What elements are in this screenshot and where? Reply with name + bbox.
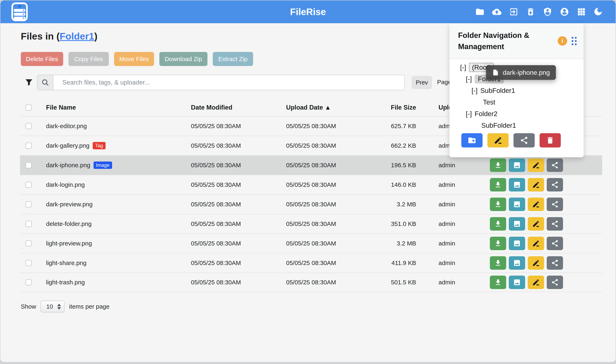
upload-date: 05/05/25 08:30AM xyxy=(286,142,353,149)
preview-image-button[interactable] xyxy=(509,237,525,250)
login-icon[interactable] xyxy=(509,7,518,16)
tree-collapse-toggle[interactable]: [-] xyxy=(460,64,466,71)
moon-icon[interactable] xyxy=(594,7,603,16)
folder-tree-item[interactable]: SubFolder1 xyxy=(449,119,584,131)
table-row[interactable]: dark-iphone.pngImage05/05/25 08:30AM05/0… xyxy=(20,155,602,175)
column-upload-date[interactable]: Upload Date ▲ xyxy=(286,104,353,111)
copy-files-button[interactable]: Copy Files xyxy=(68,52,109,66)
edit-button[interactable] xyxy=(528,256,544,270)
download-icon xyxy=(494,220,502,228)
column-file-size[interactable]: File Size xyxy=(353,104,416,111)
filter-icon[interactable] xyxy=(25,78,33,87)
table-row[interactable]: dark-login.png05/05/25 08:30AM05/05/25 0… xyxy=(20,175,602,194)
file-size: 501.5 KB xyxy=(353,279,416,286)
folder-label[interactable]: Test xyxy=(483,98,495,106)
page-indicator: Page xyxy=(437,79,451,86)
row-checkbox[interactable] xyxy=(26,260,32,266)
drag-handle-icon[interactable] xyxy=(572,37,577,45)
grid-icon[interactable] xyxy=(577,7,586,16)
share-button[interactable] xyxy=(547,198,563,211)
share-button[interactable] xyxy=(547,256,563,270)
share-button[interactable] xyxy=(547,276,563,289)
cloud-upload-icon[interactable] xyxy=(492,7,501,16)
create-folder-button[interactable] xyxy=(461,133,483,147)
folder-label[interactable]: SubFolder1 xyxy=(481,122,516,129)
delete-folder-button[interactable] xyxy=(540,133,561,147)
folder-tree-item[interactable]: [-]Folder2 xyxy=(449,108,584,119)
table-row[interactable]: light-trash.png05/05/25 08:30AM05/05/25 … xyxy=(20,273,602,292)
file-actions-toolbar: Delete FilesCopy FilesMove FilesDownload… xyxy=(21,52,253,66)
extract-files-button[interactable]: Extract Zip xyxy=(213,52,253,66)
uploader: admin xyxy=(416,201,475,208)
download-button[interactable] xyxy=(490,198,506,211)
share-button[interactable] xyxy=(547,158,563,172)
tree-collapse-toggle[interactable]: [-] xyxy=(466,110,472,118)
download-button[interactable] xyxy=(490,158,506,172)
table-row[interactable]: light-share.png05/05/25 08:30AM05/05/25 … xyxy=(20,253,602,273)
preview-image-button[interactable] xyxy=(509,276,525,289)
tree-collapse-toggle[interactable]: [-] xyxy=(466,75,472,83)
preview-image-button[interactable] xyxy=(509,178,525,192)
download-icon xyxy=(494,278,502,286)
move-files-button[interactable]: Move Files xyxy=(114,52,154,66)
file-size: 3.2 MB xyxy=(353,201,416,208)
preview-image-button[interactable] xyxy=(509,158,525,172)
download-button[interactable] xyxy=(490,256,506,270)
row-checkbox[interactable] xyxy=(26,201,32,207)
select-all-checkbox[interactable] xyxy=(26,104,32,111)
column-date-modified[interactable]: Date Modified xyxy=(191,104,286,111)
share-icon xyxy=(520,136,528,145)
file-size: 3.2 MB xyxy=(353,240,416,247)
row-checkbox[interactable] xyxy=(26,221,32,227)
table-row[interactable]: light-preview.png05/05/25 08:30AM05/05/2… xyxy=(20,234,602,253)
row-checkbox[interactable] xyxy=(26,279,32,285)
download-button[interactable] xyxy=(490,237,506,250)
folder-tree-item[interactable]: Test xyxy=(449,96,584,108)
row-checkbox[interactable] xyxy=(26,240,32,247)
upload-date: 05/05/25 08:30AM xyxy=(286,279,353,286)
share-folder-button[interactable] xyxy=(513,133,535,147)
preview-image-button[interactable] xyxy=(509,256,525,270)
prev-page-button[interactable]: Prev xyxy=(412,76,432,89)
row-checkbox[interactable] xyxy=(26,162,32,168)
rename-folder-button[interactable] xyxy=(487,133,509,147)
edit-button[interactable] xyxy=(528,217,544,231)
column-file-name[interactable]: File Name xyxy=(38,104,191,111)
folder-breadcrumb-link[interactable]: Folder1 xyxy=(60,31,94,41)
trash-restore-icon[interactable] xyxy=(526,7,535,16)
edit-button[interactable] xyxy=(528,276,544,289)
folder-tree-item[interactable]: [-]SubFolder1 xyxy=(449,85,584,96)
download-button[interactable] xyxy=(490,178,506,192)
row-checkbox[interactable] xyxy=(26,123,32,129)
edit-button[interactable] xyxy=(528,237,544,250)
folder-label[interactable]: Folder2 xyxy=(475,110,498,118)
edit-button[interactable] xyxy=(528,198,544,211)
edit-button[interactable] xyxy=(528,178,544,192)
table-row[interactable]: delete-folder.png05/05/25 08:30AM05/05/2… xyxy=(20,214,602,234)
folder-label[interactable]: SubFolder1 xyxy=(480,87,515,94)
edit-button[interactable] xyxy=(528,158,544,172)
folder-icon[interactable] xyxy=(475,7,485,16)
preview-image-button[interactable] xyxy=(509,198,525,211)
delete-files-button[interactable]: Delete Files xyxy=(21,52,63,66)
row-checkbox[interactable] xyxy=(26,182,32,188)
items-per-page-select[interactable]: 10 xyxy=(40,301,65,312)
user-icon[interactable] xyxy=(560,7,569,16)
share-button[interactable] xyxy=(547,178,563,192)
search-input[interactable] xyxy=(53,75,404,90)
download-button[interactable] xyxy=(490,217,506,231)
shield-user-icon[interactable] xyxy=(543,7,552,16)
share-button[interactable] xyxy=(547,237,563,250)
download-files-button[interactable]: Download Zip xyxy=(159,52,208,66)
info-icon[interactable]: i xyxy=(558,36,567,46)
date-modified: 05/05/25 08:30AM xyxy=(191,221,286,227)
row-checkbox[interactable] xyxy=(26,143,32,149)
download-button[interactable] xyxy=(490,276,506,289)
preview-image-button[interactable] xyxy=(509,217,525,231)
tree-collapse-toggle[interactable]: [-] xyxy=(472,87,477,94)
share-button[interactable] xyxy=(547,217,563,231)
upload-date: 05/05/25 08:30AM xyxy=(286,123,353,130)
table-row[interactable]: dark-preview.png05/05/25 08:30AM05/05/25… xyxy=(20,194,602,214)
page-title: Files in (Folder1) xyxy=(21,31,97,42)
sort-ascending-icon: ▲ xyxy=(325,104,331,111)
